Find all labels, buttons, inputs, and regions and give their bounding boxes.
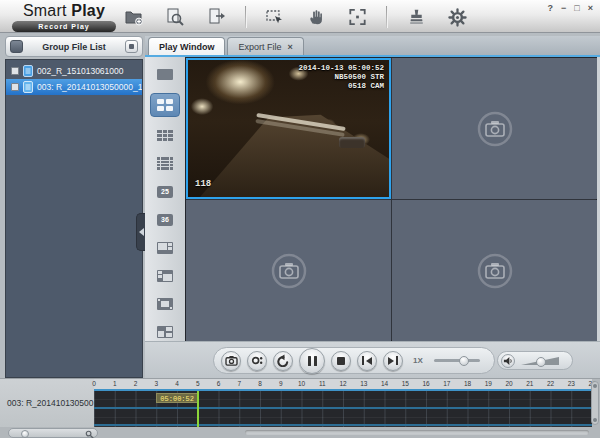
stop-button[interactable] bbox=[331, 351, 351, 371]
pause-button[interactable] bbox=[299, 348, 325, 374]
scroll-up-icon[interactable] bbox=[593, 384, 597, 388]
minimize-button[interactable]: − bbox=[561, 3, 566, 13]
timeline-zoom-slider[interactable] bbox=[8, 428, 98, 438]
file-icon bbox=[23, 81, 33, 93]
toolbar-separator bbox=[245, 6, 246, 28]
layout-16-button[interactable] bbox=[152, 154, 178, 173]
video-pane-4[interactable] bbox=[392, 200, 597, 341]
timeline-file-label: 003: R_201410130500 bbox=[0, 379, 94, 427]
grid-mix1-icon bbox=[157, 242, 173, 254]
grid-1-icon bbox=[157, 69, 173, 80]
group-file-list-title: Group File List bbox=[23, 42, 125, 52]
app-title: Smart Play bbox=[12, 2, 116, 20]
timeline-hour-label: 17 bbox=[443, 380, 450, 387]
timeline-vertical-scrollbar[interactable] bbox=[591, 381, 599, 425]
fullscreen-button[interactable] bbox=[345, 5, 369, 29]
list-options-button[interactable] bbox=[125, 40, 138, 53]
file-checkbox[interactable] bbox=[11, 67, 19, 75]
search-file-button[interactable] bbox=[163, 5, 187, 29]
layout-4-button[interactable] bbox=[150, 93, 180, 117]
video-pane-3[interactable] bbox=[186, 200, 391, 341]
reverse-play-button[interactable] bbox=[273, 351, 293, 371]
file-label: 003: R_20141013050000_1 bbox=[37, 82, 142, 92]
mute-button[interactable] bbox=[501, 354, 515, 368]
sync-play-icon bbox=[251, 355, 264, 366]
timeline-horizontal-scrollbar[interactable] bbox=[245, 430, 589, 435]
file-row[interactable]: 003: R_20141013050000_1 bbox=[6, 79, 142, 95]
snapshot-icon bbox=[225, 355, 238, 366]
toolbar: Smart Play Record Play bbox=[0, 0, 600, 33]
app-title-play: Play bbox=[71, 2, 105, 19]
timeline-hour-label: 6 bbox=[217, 380, 221, 387]
settings-button[interactable] bbox=[445, 5, 469, 29]
timeline-zoom-knob[interactable] bbox=[21, 430, 29, 438]
layout-mix2-button[interactable] bbox=[152, 266, 178, 285]
watermark-stamp-button[interactable] bbox=[404, 5, 428, 29]
layout-mix1-button[interactable] bbox=[152, 238, 178, 257]
pan-hand-button[interactable] bbox=[304, 5, 328, 29]
timeline-hour-label: 21 bbox=[526, 380, 533, 387]
sidebar-collapse-handle[interactable] bbox=[136, 213, 145, 251]
timeline-playhead[interactable] bbox=[197, 391, 199, 427]
timeline-hour-label: 2 bbox=[134, 380, 138, 387]
maximize-button[interactable]: □ bbox=[574, 3, 579, 13]
layout-strip: 25 36 bbox=[145, 57, 185, 341]
grid-25-icon: 25 bbox=[157, 186, 173, 198]
osd-timestamp: 2014-10-13 05:00:52 bbox=[298, 64, 384, 73]
tab-export-file-label: Export File bbox=[238, 42, 281, 52]
timeline-hour-label: 8 bbox=[258, 380, 262, 387]
export-file-button[interactable] bbox=[204, 5, 228, 29]
timeline-hour-label: 19 bbox=[485, 380, 492, 387]
volume-slider-knob[interactable] bbox=[536, 357, 546, 367]
region-select-button[interactable] bbox=[263, 5, 287, 29]
open-file-button[interactable] bbox=[122, 5, 146, 29]
video-pane-1[interactable]: 2014-10-13 05:00:52 NB50500 STR 0518 CAM… bbox=[186, 58, 391, 199]
file-label: 002_R_151013061000 bbox=[37, 66, 124, 76]
file-checkbox[interactable] bbox=[11, 83, 19, 91]
help-button[interactable]: ? bbox=[548, 3, 554, 13]
main-panel: Play Window Export File × 25 36 bbox=[145, 36, 600, 378]
video-pane-2[interactable] bbox=[392, 58, 597, 199]
prev-frame-button[interactable] bbox=[357, 351, 377, 371]
speed-slider[interactable] bbox=[434, 359, 480, 362]
tab-play-window[interactable]: Play Window bbox=[148, 37, 225, 55]
chevron-left-icon bbox=[139, 228, 144, 236]
file-row[interactable]: 002_R_151013061000 bbox=[6, 63, 142, 79]
grid-4-icon bbox=[157, 99, 173, 111]
next-frame-button[interactable] bbox=[383, 351, 403, 371]
tab-export-file[interactable]: Export File × bbox=[227, 37, 303, 55]
layout-25-button[interactable]: 25 bbox=[152, 182, 178, 201]
timeline-hour-label: 7 bbox=[237, 380, 241, 387]
scroll-down-icon[interactable] bbox=[593, 418, 597, 422]
file-list: 002_R_151013061000 003: R_20141013050000… bbox=[5, 59, 143, 378]
timeline-ruler[interactable]: 0123456789101112131415161718192021222324 bbox=[94, 379, 592, 389]
timeline-hour-label: 5 bbox=[196, 380, 200, 387]
grid-9-icon bbox=[157, 130, 173, 142]
watermark-stamp-icon bbox=[407, 8, 426, 26]
timeline-hour-label: 15 bbox=[402, 380, 409, 387]
car bbox=[339, 137, 365, 148]
camera-placeholder-icon bbox=[266, 248, 312, 294]
timeline-hour-label: 14 bbox=[381, 380, 388, 387]
timeline-hour-label: 23 bbox=[568, 380, 575, 387]
stop-icon bbox=[337, 357, 345, 365]
grid-mix4-icon bbox=[157, 326, 173, 338]
layout-1-button[interactable] bbox=[152, 65, 178, 84]
layout-mix3-button[interactable] bbox=[152, 294, 178, 313]
app-logo: Smart Play Record Play bbox=[12, 2, 116, 32]
sync-play-button[interactable] bbox=[247, 351, 267, 371]
timeline-hour-label: 22 bbox=[547, 380, 554, 387]
layout-mix4-button[interactable] bbox=[152, 322, 178, 341]
speed-slider-knob[interactable] bbox=[459, 356, 469, 366]
layout-36-button[interactable]: 36 bbox=[152, 210, 178, 229]
close-button[interactable]: × bbox=[588, 3, 593, 13]
snapshot-button[interactable] bbox=[221, 351, 241, 371]
play-window-content: 25 36 2014-10-13 05:00:52 NB50500 bbox=[145, 57, 600, 378]
timeline-track[interactable]: 05:00:52 bbox=[94, 389, 592, 427]
tab-close-icon[interactable]: × bbox=[287, 42, 292, 52]
layout-9-button[interactable] bbox=[152, 126, 178, 145]
prev-frame-icon bbox=[362, 356, 372, 365]
camera-placeholder-icon bbox=[472, 248, 518, 294]
timeline-hour-label: 9 bbox=[279, 380, 283, 387]
timeline-hour-label: 11 bbox=[319, 380, 326, 387]
